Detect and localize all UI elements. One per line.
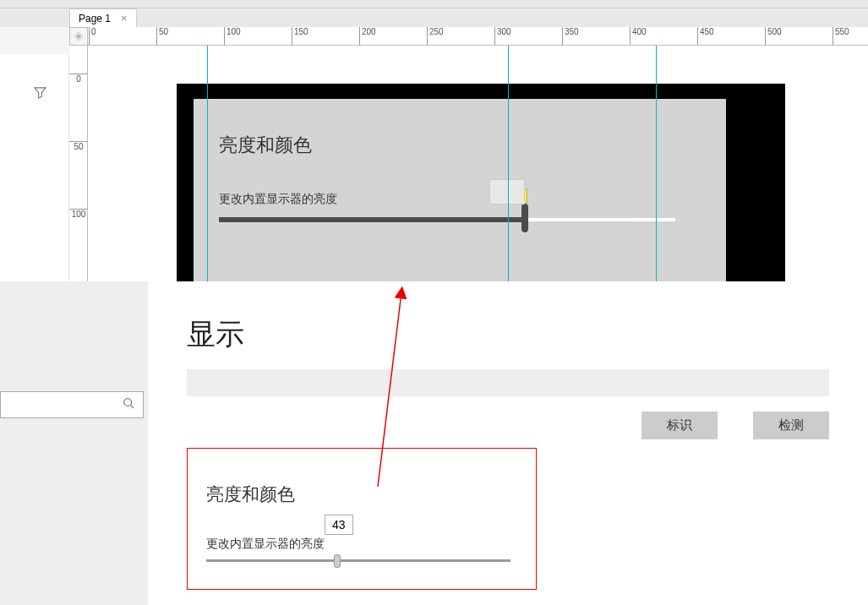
artboard-content: 亮度和颜色 更改内置显示器的亮度 ⚡ bbox=[194, 99, 726, 303]
ruler-origin[interactable] bbox=[69, 27, 88, 46]
settings-content: 显示 标识 检测 亮度和颜色 43 更改内置显示器的亮度 bbox=[148, 281, 868, 605]
page-title: 显示 bbox=[187, 315, 834, 354]
h-ruler-tick: 400 bbox=[630, 27, 647, 46]
filter-icon[interactable] bbox=[34, 86, 46, 102]
brightness-slider[interactable] bbox=[206, 555, 510, 567]
artboard-dark: 亮度和颜色 更改内置显示器的亮度 ⚡ bbox=[177, 84, 785, 303]
h-ruler-tick: 200 bbox=[359, 27, 376, 46]
horizontal-ruler[interactable]: 05010015020025030035040045050055060 bbox=[88, 27, 868, 46]
detect-button[interactable]: 检测 bbox=[753, 412, 829, 439]
search-input[interactable] bbox=[0, 391, 144, 418]
brightness-label-2: 更改内置显示器的亮度 bbox=[206, 537, 502, 552]
guide-line-3[interactable] bbox=[656, 46, 657, 309]
h-ruler-tick: 300 bbox=[494, 27, 511, 46]
brightness-value-tooltip: 43 bbox=[325, 515, 353, 535]
v-ruler-tick: 100 bbox=[69, 209, 88, 219]
h-ruler-tick: 150 bbox=[292, 27, 308, 46]
svg-line-1 bbox=[131, 406, 134, 409]
guide-line-1[interactable] bbox=[207, 46, 208, 309]
vertical-ruler[interactable]: 050100 bbox=[69, 46, 88, 308]
design-canvas[interactable]: 亮度和颜色 更改内置显示器的亮度 ⚡ bbox=[88, 46, 868, 309]
h-ruler-tick: 0 bbox=[89, 27, 96, 46]
brightness-section-title-2: 亮度和颜色 bbox=[206, 482, 502, 506]
settings-sidebar bbox=[0, 281, 148, 605]
display-preview-bar bbox=[187, 369, 829, 396]
brightness-slider-dark[interactable]: ⚡ bbox=[219, 212, 675, 227]
close-icon[interactable]: × bbox=[121, 12, 128, 25]
slider-fill bbox=[219, 217, 525, 222]
tabs-bar: Page 1 × bbox=[0, 8, 868, 27]
h-ruler-tick: 100 bbox=[224, 27, 241, 46]
top-toolbar-strip bbox=[0, 0, 868, 8]
left-tool-panel bbox=[0, 54, 69, 308]
h-ruler-tick: 250 bbox=[427, 27, 444, 46]
h-ruler-tick: 350 bbox=[562, 27, 579, 46]
v-ruler-tick: 50 bbox=[69, 141, 88, 151]
display-buttons-row: 标识 检测 bbox=[187, 412, 829, 439]
slider-thumb-2[interactable] bbox=[334, 554, 341, 568]
slider-thumb[interactable] bbox=[521, 204, 528, 232]
slider-track-2 bbox=[206, 559, 510, 562]
search-icon bbox=[123, 397, 134, 412]
brightness-section-title: 亮度和颜色 bbox=[219, 133, 701, 158]
brightness-label: 更改内置显示器的亮度 bbox=[219, 192, 701, 207]
guide-line-2[interactable] bbox=[508, 46, 509, 309]
highlighted-region: 亮度和颜色 43 更改内置显示器的亮度 bbox=[187, 448, 537, 590]
v-ruler-tick: 0 bbox=[69, 74, 88, 84]
tab-page-1[interactable]: Page 1 × bbox=[69, 8, 137, 27]
selection-box[interactable] bbox=[489, 179, 525, 204]
svg-point-0 bbox=[124, 399, 132, 406]
identify-button[interactable]: 标识 bbox=[641, 412, 718, 439]
h-ruler-tick: 550 bbox=[833, 27, 849, 46]
h-ruler-tick: 500 bbox=[765, 27, 782, 46]
h-ruler-tick: 50 bbox=[156, 27, 168, 46]
tab-label: Page 1 bbox=[79, 13, 111, 25]
settings-panel: 显示 标识 检测 亮度和颜色 43 更改内置显示器的亮度 bbox=[0, 281, 868, 605]
h-ruler-tick: 450 bbox=[697, 27, 714, 46]
